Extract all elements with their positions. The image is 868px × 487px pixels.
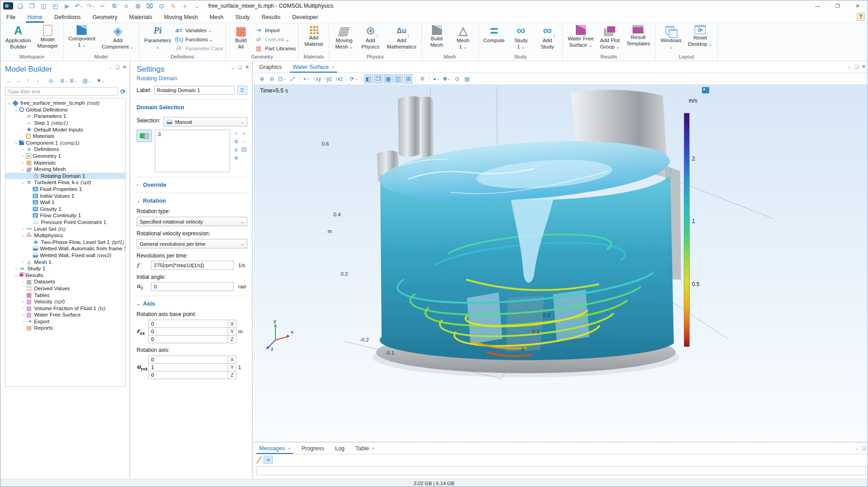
graphics-tool-button[interactable]: ◕⌄ [432, 74, 441, 83]
ribbon-tab[interactable]: Home [21, 11, 48, 23]
qat-button[interactable]: ✂ [98, 1, 108, 10]
graphics-tab[interactable]: Water Surface× [287, 61, 340, 73]
tree-item[interactable]: ⌄ Results [5, 272, 125, 278]
panel-float-icon[interactable]: ❏ [238, 65, 242, 70]
graphics-tool-button[interactable]: ⊞ [404, 74, 413, 83]
tree-item[interactable]: Fluid Properties 1 [5, 186, 125, 193]
selection-tool-button[interactable]: ⌧ [240, 146, 247, 153]
application-builder-button[interactable]: ApplicationBuilder [3, 24, 34, 50]
tree-item[interactable]: Two-Phase Flow, Level Set 1 (tpf1) [5, 239, 125, 245]
qat-button[interactable]: ✎ [168, 1, 178, 10]
model-manager-button[interactable]: ModelManager [34, 24, 60, 49]
base-point-x-input[interactable] [148, 320, 228, 328]
model-builder-tool[interactable]: ▼⌄ [96, 77, 105, 85]
add-plot-group-button[interactable]: Add PlotGroup [597, 24, 623, 50]
tree-expander[interactable]: › [20, 299, 25, 304]
graphics-tool-button[interactable]: ▦ [384, 74, 393, 83]
qat-button[interactable]: ◰ [50, 1, 60, 10]
messages-output-field[interactable] [256, 466, 866, 475]
tree-expander[interactable]: ⌄ [20, 167, 25, 171]
ribbon-tab[interactable]: Definitions [49, 11, 87, 23]
part-libraries-button[interactable]: ▥Part Libraries [255, 45, 296, 52]
qat-button[interactable]: ↶⌄ [74, 1, 84, 10]
tree-item[interactable]: Gravity 1 [5, 206, 125, 213]
initial-angle-input[interactable] [151, 282, 234, 291]
graphics-tool-button[interactable]: ⊡⌄ [277, 74, 287, 83]
variables-button[interactable]: a=Variables [175, 27, 223, 34]
clear-messages-icon[interactable]: ╱ [257, 456, 262, 463]
rotation-axis-z-input[interactable] [148, 371, 228, 379]
model-builder-tool[interactable]: ← [5, 77, 13, 85]
ribbon-tab[interactable]: Geometry [87, 11, 123, 23]
velocity-expression-dropdown[interactable]: General revolutions per time⌄ [137, 239, 247, 248]
label-input[interactable] [154, 86, 235, 95]
graphics-tool-button[interactable]: ⊕ [257, 74, 266, 83]
tree-item[interactable]: ⌄ Turbulent Flow, k-ε (spf) [5, 179, 125, 186]
tree-expander[interactable]: › [14, 266, 19, 271]
tree-item[interactable]: ⌄ Component 1 (comp1) [5, 140, 125, 146]
model-builder-tool[interactable]: ◎ [47, 77, 55, 85]
tree-expander[interactable]: ⌄ [14, 141, 19, 145]
tree-expander[interactable]: › [20, 147, 25, 151]
tree-item[interactable]: › Geometry 1 [5, 153, 125, 160]
tree-item[interactable]: Tables [5, 292, 125, 298]
graphics-tool-button[interactable]: ❐ [374, 74, 383, 83]
graphics-tool-button[interactable]: ↑xz [334, 74, 344, 83]
ribbon-tab[interactable]: Mesh [204, 11, 230, 23]
tree-expander[interactable]: ⌄ [14, 107, 19, 112]
ribbon-tab[interactable]: Results [255, 11, 286, 23]
add-component-button[interactable]: AddComponent [99, 24, 137, 50]
qat-button[interactable]: ⌄ [192, 1, 202, 10]
component-1-button[interactable]: Component1 [66, 24, 98, 48]
qat-button[interactable]: ⧈ [121, 1, 131, 10]
qat-button[interactable]: ⊞ [133, 1, 143, 10]
minimize-button[interactable]: — [808, 0, 828, 11]
tree-item[interactable]: ⌄ Moving Mesh [5, 166, 125, 173]
qat-button[interactable]: ▶ [62, 1, 72, 10]
qat-button[interactable] [3, 2, 13, 10]
graphics-tool-button[interactable]: ▤ [462, 74, 471, 83]
section-domain-selection[interactable]: Domain Selection [137, 104, 247, 111]
ribbon-tab[interactable]: Moving Mesh [158, 11, 203, 23]
graphics-tab[interactable]: Graphics [254, 61, 287, 73]
add-study-button[interactable]: AddStudy [535, 24, 560, 50]
tree-item[interactable]: Reports [5, 325, 125, 331]
add-material-button[interactable]: AddMaterial [301, 24, 326, 47]
image-snapshot-icon[interactable] [702, 87, 709, 93]
panel-float-icon[interactable]: ❏ [854, 64, 858, 69]
tree-item[interactable]: ⌄ Global Definitions [5, 107, 125, 113]
base-point-z-input[interactable] [148, 335, 228, 343]
tree-expander[interactable]: › [20, 312, 25, 317]
model-builder-tool[interactable]: ≣⌄ [69, 77, 78, 85]
close-tab-icon[interactable]: × [331, 64, 334, 70]
active-toggle-button[interactable] [137, 130, 152, 142]
graphics-tool-button[interactable]: ⟳⌄ [349, 74, 359, 83]
import-button[interactable]: ⇥Import [255, 27, 296, 34]
panel-collapse-icon[interactable]: ⌄ [108, 65, 112, 70]
graphics-tool-button[interactable]: ❋⌄ [442, 74, 452, 83]
model-builder-tool[interactable]: ↓ [34, 77, 42, 85]
study-1-button[interactable]: Study1 [508, 24, 534, 50]
revolutions-input[interactable] [151, 261, 234, 270]
tree-item[interactable]: ⌄ Multiphysics [5, 232, 125, 239]
graphics-tool-button[interactable]: ⚲ [418, 74, 427, 83]
close-button[interactable]: ✕ [848, 0, 868, 11]
model-builder-tool[interactable]: → [15, 77, 23, 85]
tree-expander[interactable]: ⌄ [14, 273, 19, 278]
tree-item[interactable]: Wetted Wall, Automatic from frame 1 (ww1… [5, 245, 125, 252]
selected-domain[interactable]: 3 [158, 131, 161, 137]
maximize-button[interactable]: ❐ [828, 0, 848, 11]
graphics-tool-button[interactable]: ◫ [394, 74, 403, 83]
build-all-button[interactable]: BuildAll [228, 24, 254, 50]
rotation-axis-y-input[interactable] [148, 363, 228, 371]
tree-item[interactable]: Parameters 1 [5, 113, 125, 120]
windows-button[interactable]: Windows [658, 24, 685, 50]
qat-button[interactable]: ⊡ [157, 1, 167, 10]
graphics-tool-button[interactable]: ↑yz [323, 74, 333, 83]
selection-tool-button[interactable]: ⧈ [233, 146, 240, 153]
tree-expander[interactable]: ⌄ [20, 180, 25, 185]
build-mesh-button[interactable]: BuildMesh [424, 24, 450, 48]
tree-item[interactable]: Initial Values 1 [5, 192, 125, 199]
close-tab-icon[interactable]: × [288, 446, 290, 451]
tree-expander[interactable]: › [20, 260, 25, 264]
